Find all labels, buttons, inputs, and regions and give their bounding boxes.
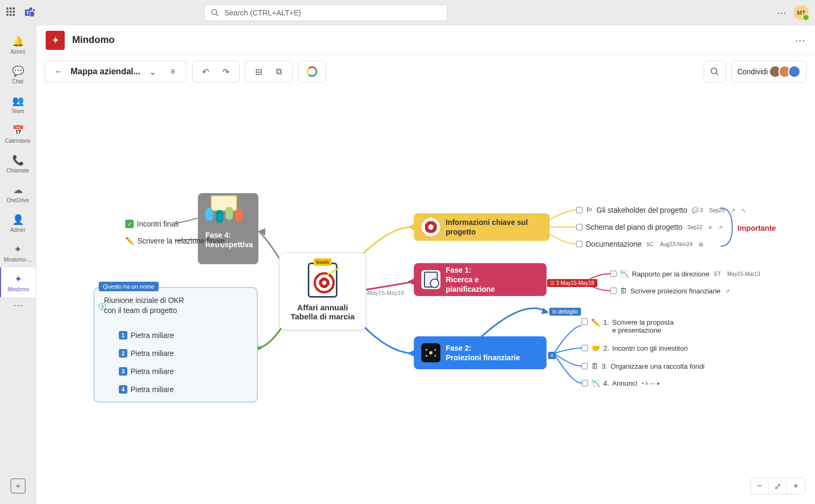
kpi-milestone-1[interactable]: 1Pietra miliare [116, 331, 174, 340]
doc-group: ← Mappa aziendal... ⌄ ≡ [45, 60, 187, 83]
important-label: Importante [738, 224, 776, 232]
back-button[interactable]: ← [50, 64, 66, 80]
kpi-group-label: Questo ha un nome [99, 282, 159, 291]
app-header: ✦ Mindomo ⋯ [36, 25, 815, 55]
zoom-in-button[interactable]: + [787, 478, 805, 494]
kpi-milestone-4[interactable]: 4Pietra miliare [116, 385, 174, 394]
pencil-icon: ✏️ [591, 318, 600, 327]
handshake-icon: 🤝 [591, 344, 600, 352]
phase-2-node[interactable]: Fase 2:Proiezioni finanziarie [414, 336, 547, 369]
target-icon [421, 218, 440, 237]
chat-icon: 💬 [12, 65, 24, 77]
chart-down-icon: 📉 [591, 379, 600, 387]
svg-point-1 [712, 68, 717, 74]
info-child-doc[interactable]: DocumentazioneSCAug23-Nov24⊞ [576, 240, 705, 248]
chevron-down-icon[interactable]: ⌄ [145, 64, 161, 80]
svg-point-0 [212, 10, 216, 14]
bell-icon: 🔔 [12, 35, 24, 48]
ellipsis-icon[interactable]: ⋯ [777, 7, 786, 19]
teams-icon [23, 6, 36, 19]
calendar-small-icon: 🗓 [591, 362, 599, 370]
info-child-schema[interactable]: Schema del piano di progettoSep22≡↗ [576, 223, 724, 231]
history-group: ↶ ↷ [192, 60, 240, 83]
waffle-icon[interactable] [6, 7, 17, 18]
phase2-child-2[interactable]: 🤝2.Incontri con gli investitori [582, 344, 688, 352]
phase2-child-1[interactable]: ✏️1.Scrivere la propostae presentazione [582, 318, 673, 334]
retro-child-meetings[interactable]: ✓Incontri finali [125, 220, 179, 228]
phase-2-count-badge: 4 [548, 352, 556, 359]
rail-calendario[interactable]: 📅Calendario [0, 119, 36, 149]
mindomo-logo: ✦ [46, 31, 65, 50]
phase-1-date-badge: 3May15-May18 [547, 279, 597, 287]
goals-illustration: Goals [304, 262, 341, 299]
zoom-out-button[interactable]: − [751, 478, 769, 494]
central-line1: Affari annuali [297, 303, 348, 312]
phase-info-node[interactable]: Informazioni chiave sul progetto [414, 213, 550, 241]
undo-button[interactable]: ↶ [198, 64, 214, 80]
phone-icon: 📞 [12, 154, 24, 167]
calendar-icon: 📅 [12, 124, 24, 137]
rail-more[interactable]: ⋯ [13, 299, 23, 311]
canvas-search-button[interactable] [704, 60, 726, 83]
phase2-child-4[interactable]: 📉4.Annunci• ≡ — ● [582, 379, 662, 387]
toolbar: ← Mappa aziendal... ⌄ ≡ ↶ ↷ ⊟ ⧉ Condivid… [36, 55, 815, 88]
check-icon: ✓ [125, 220, 134, 228]
central-line2: Tabella di marcia [291, 312, 355, 321]
people-icon: 👥 [12, 94, 24, 107]
rail-admin[interactable]: 👤Admin [0, 208, 36, 238]
kpi-okr-text[interactable]: Riunione iniziale di OKR con il team di … [104, 296, 189, 316]
doc-title[interactable]: Mappa aziendal... [71, 67, 141, 76]
rail-chiamate[interactable]: 📞Chiamate [0, 149, 36, 178]
app-name: Mindomo [72, 34, 115, 46]
rail-chat[interactable]: 💬Chat [0, 59, 36, 89]
network-icon [421, 343, 440, 362]
phase1-child-projections[interactable]: 🗓Scrivere proiezioni finanziarie↗ [610, 286, 731, 295]
kpi-milestone-2[interactable]: 2Pietra miliare [116, 349, 174, 358]
rail-mindomo[interactable]: ✦Mindomo [0, 267, 36, 297]
layout-group: ⊟ ⧉ [245, 60, 293, 83]
ms-icon: ⊞ [697, 241, 705, 247]
central-date: May15-May18 [367, 290, 404, 296]
cloud-icon: ☁ [12, 184, 24, 196]
phase1-child-report[interactable]: 📉Rapporto per la direzioneETMay15-Mar13 [610, 270, 761, 278]
layout-button-1[interactable]: ⊟ [251, 64, 267, 80]
title-bar: Search (CTRL+ALT+E) ⋯ MT [0, 0, 815, 25]
kpi-milestone-3[interactable]: 3Pietra miliare [116, 367, 174, 376]
rail-azioni[interactable]: 🔔Azioni [0, 30, 36, 59]
retro-child-report[interactable]: ✏️Scrivere la relazione finale [125, 237, 224, 245]
phase2-child-3[interactable]: 🗓3.Organizzare una raccolta fondi [582, 362, 705, 370]
chart-down-icon: 📉 [620, 270, 629, 278]
flag-icon: 🏳 [586, 206, 593, 214]
central-node[interactable]: Goals Affari annuali Tabella di marcia [279, 253, 366, 330]
app-more-icon[interactable]: ⋯ [795, 34, 805, 47]
theme-group [298, 60, 326, 83]
research-icon [421, 270, 440, 289]
search-placeholder: Search (CTRL+ALT+E) [224, 8, 301, 17]
rail-team[interactable]: 👥Team [0, 89, 36, 119]
mindomo-alt-icon: ✦ [12, 243, 24, 256]
calendar-small-icon: 🗓 [620, 286, 627, 295]
theme-button[interactable] [304, 64, 320, 80]
pencil-icon: ✏️ [125, 237, 134, 245]
team-illustration [204, 197, 252, 227]
layout-button-2[interactable]: ⧉ [271, 64, 287, 80]
phase-info-label: Informazioni chiave sul progetto [446, 218, 542, 237]
zoom-controls: − ⤢ + [750, 477, 805, 494]
menu-icon[interactable]: ≡ [165, 64, 181, 80]
redo-button[interactable]: ↷ [218, 64, 234, 80]
zoom-fit-button[interactable]: ⤢ [769, 478, 787, 494]
rail-mindomo-alt[interactable]: ✦Mindomo-... [0, 238, 36, 267]
rail-onedrive[interactable]: ☁OneDrive [0, 178, 36, 208]
collaborator-avatars [772, 65, 801, 78]
info-child-stakeholder[interactable]: 🏳Gli stakeholder del progetto💬 3Sep25↗⤡ [576, 206, 747, 214]
detail-badge: in dettaglio [549, 308, 581, 316]
rail-app-add[interactable]: ＋ [11, 479, 25, 493]
user-avatar[interactable]: MT [794, 5, 809, 20]
mindmap-canvas[interactable]: ◷ May15-May18 Goals Affari annuali Tabel… [36, 88, 815, 504]
share-button[interactable]: Condividi [731, 60, 807, 83]
phase-4-node[interactable]: Fase 4:Retrospettiva [198, 193, 258, 264]
share-label: Condividi [737, 67, 768, 76]
search-icon [710, 67, 719, 76]
global-search[interactable]: Search (CTRL+ALT+E) [204, 4, 448, 21]
phase-1-node[interactable]: Fase 1:Ricerca epianificazione [414, 263, 547, 296]
